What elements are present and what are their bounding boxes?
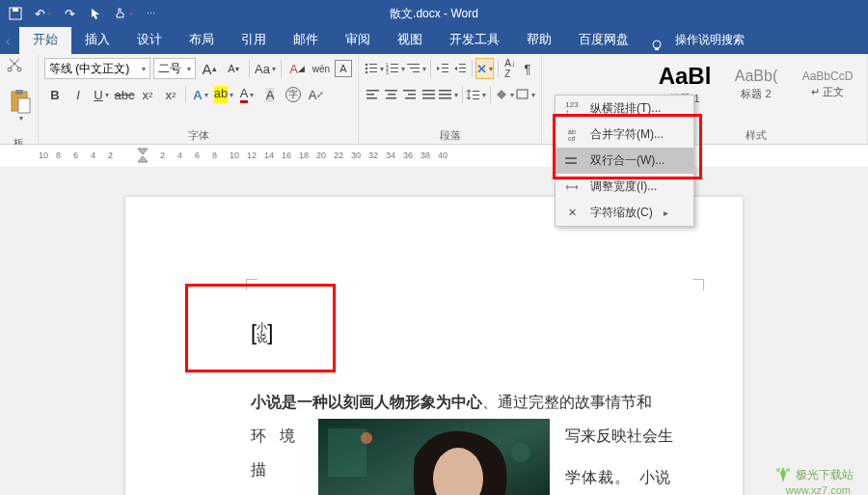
font-name-combo[interactable]: 等线 (中文正文)▾: [44, 58, 150, 79]
svg-text:3: 3: [386, 69, 389, 74]
qat-customize-button[interactable]: ⋯: [141, 4, 160, 23]
font-color-button[interactable]: A▾: [236, 84, 258, 105]
fit-width-icon: [563, 179, 581, 195]
font-size-combo[interactable]: 二号▾: [153, 58, 196, 79]
svg-point-11: [366, 68, 367, 69]
char-shading-button[interactable]: A: [259, 84, 281, 105]
italic-button[interactable]: I: [68, 84, 89, 105]
change-case-button[interactable]: Aa▾: [255, 58, 276, 79]
svg-rect-25: [442, 68, 448, 69]
phonetic-guide-button[interactable]: wén: [311, 58, 332, 79]
menu-item-two-lines-in-one[interactable]: 双行合一(W)...: [556, 148, 693, 174]
text-run: 环境描: [251, 419, 311, 486]
tab-home[interactable]: 开始: [19, 25, 71, 54]
text-run: 学体裁。: [565, 469, 631, 485]
align-center-button[interactable]: [383, 84, 399, 105]
tab-file[interactable]: ‹: [0, 28, 19, 54]
menu-item-character-scaling[interactable]: ✕ 字符缩放(C) ▸: [556, 200, 693, 226]
bold-run: 小说是一种以刻画人物形象为中心: [251, 394, 482, 410]
menu-item-vertical-horizontal[interactable]: 123↕ 纵横混排(T)...: [556, 96, 693, 122]
align-right-button[interactable]: [402, 84, 419, 105]
svg-rect-48: [517, 90, 528, 98]
shrink-font-button[interactable]: A▾: [223, 58, 244, 79]
sort-button[interactable]: A↓Z: [502, 58, 518, 79]
text-run: 、通过完整的故事情节和: [482, 394, 652, 410]
svg-rect-16: [391, 64, 398, 65]
highlight-button[interactable]: ab▾: [213, 84, 234, 105]
style-heading2[interactable]: AaBb( 标题 2: [722, 57, 790, 111]
tab-layout[interactable]: 布局: [176, 25, 228, 54]
char-scale-icon: ✕: [563, 206, 581, 221]
justify-button[interactable]: [420, 84, 437, 105]
svg-rect-40: [422, 94, 435, 96]
bullets-button[interactable]: ▾: [365, 58, 384, 79]
distributed-button[interactable]: ▾: [439, 84, 458, 105]
borders-button[interactable]: ▾: [516, 84, 535, 105]
cut-button[interactable]: [6, 57, 27, 74]
decrease-indent-button[interactable]: [435, 58, 450, 79]
multilevel-list-button[interactable]: ▾: [407, 58, 426, 79]
ribbon-tabs: ‹ 开始 插入 设计 布局 引用 邮件 审阅 视图 开发工具 帮助 百度网盘 操…: [0, 27, 868, 54]
tab-baidu[interactable]: 百度网盘: [565, 25, 642, 54]
paste-button[interactable]: ▾: [6, 76, 35, 134]
selection-button[interactable]: [87, 4, 106, 23]
line-spacing-button[interactable]: ▾: [467, 84, 486, 105]
two-lines-icon: [563, 153, 581, 169]
svg-rect-3: [655, 48, 659, 50]
tab-references[interactable]: 引用: [228, 25, 280, 54]
touch-mode-button[interactable]: ▾: [114, 4, 133, 23]
inline-image[interactable]: [318, 419, 550, 495]
ruler[interactable]: 108642246810121416182022303234363840: [0, 145, 868, 168]
superscript-button[interactable]: x2: [160, 84, 181, 105]
tab-help[interactable]: 帮助: [513, 25, 565, 54]
show-marks-button[interactable]: ¶: [520, 58, 535, 79]
increase-indent-button[interactable]: [452, 58, 468, 79]
tab-review[interactable]: 审阅: [332, 25, 384, 54]
char-border-button[interactable]: A: [335, 60, 352, 77]
svg-point-55: [361, 432, 372, 444]
tab-developer[interactable]: 开发工具: [436, 25, 513, 54]
menu-item-fit-width[interactable]: 调整宽度(I)...: [556, 174, 693, 200]
menu-item-combine-characters[interactable]: abcd 合并字符(M)...: [556, 122, 693, 148]
svg-rect-20: [391, 71, 398, 72]
underline-button[interactable]: U▾: [91, 84, 112, 105]
char-scaling-indicator[interactable]: A⤢: [306, 84, 327, 105]
svg-rect-37: [408, 94, 416, 96]
svg-rect-29: [459, 71, 466, 72]
svg-rect-38: [405, 97, 416, 99]
tab-mailings[interactable]: 邮件: [280, 25, 332, 54]
clear-formatting-button[interactable]: A◢: [286, 58, 308, 79]
svg-point-9: [366, 64, 367, 66]
enclose-char-button[interactable]: 字: [283, 84, 304, 105]
svg-rect-14: [369, 71, 377, 72]
style-normal[interactable]: AaBbCcD ↵ 正文: [794, 57, 861, 111]
text-effects-button[interactable]: A▾: [190, 84, 211, 105]
grow-font-button[interactable]: A▴: [199, 58, 220, 79]
body-paragraph[interactable]: 小说是一种以刻画人物形象为中心、通过完整的故事情节和 环境描 活的文: [251, 385, 702, 495]
svg-rect-49: [565, 157, 577, 159]
asian-layout-button[interactable]: ✕▾: [475, 58, 494, 79]
svg-rect-7: [15, 90, 23, 95]
save-button[interactable]: [6, 4, 25, 23]
page[interactable]: [小说] 小说是一种以刻画人物形象为中心、通过完整的故事情节和 环境描 活的文: [125, 197, 743, 495]
bold-button[interactable]: B: [44, 84, 66, 105]
svg-rect-10: [369, 64, 377, 65]
subscript-button[interactable]: x2: [137, 84, 158, 105]
window-title: 散文.docx - Word: [390, 6, 478, 22]
quick-access-toolbar: ↶▾ ↷ ▾ ⋯: [6, 4, 160, 23]
undo-button[interactable]: ↶▾: [33, 4, 52, 23]
redo-button[interactable]: ↷: [60, 4, 79, 23]
shading-button[interactable]: ▾: [495, 84, 514, 105]
svg-rect-1: [13, 8, 18, 12]
vertical-horizontal-icon: 123↕: [563, 101, 581, 117]
svg-point-2: [653, 41, 661, 48]
tab-design[interactable]: 设计: [123, 25, 176, 54]
tell-me-search[interactable]: 操作说明搜索: [671, 26, 748, 54]
numbering-button[interactable]: 123▾: [386, 58, 405, 79]
strikethrough-button[interactable]: abc: [114, 84, 135, 105]
align-left-button[interactable]: [365, 84, 381, 105]
tab-view[interactable]: 视图: [384, 25, 436, 54]
svg-rect-26: [442, 71, 448, 72]
svg-rect-8: [18, 98, 30, 113]
tab-insert[interactable]: 插入: [71, 25, 123, 54]
